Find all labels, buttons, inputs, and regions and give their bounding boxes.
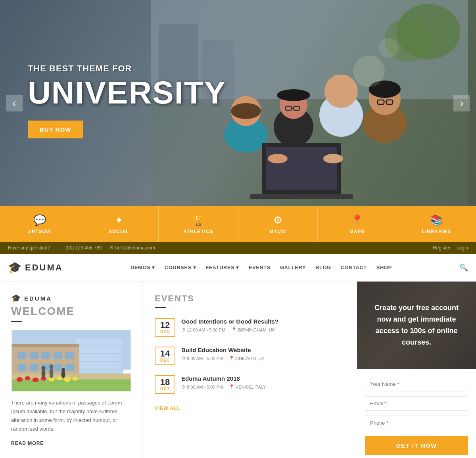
nav-contact[interactable]: CONTACT <box>336 261 372 274</box>
event-item-1: 12 DEC Good Intentions or Good Results? … <box>155 318 345 337</box>
event-item-3: 18 OCT Eduma Autumn 2018 ⏱ 8:00 AM - 5:0… <box>155 375 345 394</box>
nav-links: DEMOS ▾ COURSES ▾ FEATURES ▾ EVENTS GALL… <box>126 261 397 274</box>
info-bar-right: Register Login <box>433 245 468 251</box>
social-icon: ✦ <box>115 214 123 226</box>
event-2-title: Build Education Website <box>181 347 265 353</box>
event-1-date-box: 12 DEC <box>155 318 175 337</box>
svg-point-64 <box>73 377 78 381</box>
event-3-month: OCT <box>159 387 171 391</box>
svg-point-57 <box>17 377 23 382</box>
signup-form: GET IT NOW <box>357 369 476 458</box>
svg-rect-26 <box>250 194 353 199</box>
event-1-meta: ⏱ 12:00 AM - 5:00 PM 📍 BIRMINGHAM, UK <box>181 327 278 332</box>
svg-rect-46 <box>42 352 50 359</box>
maps-icon: 📍 <box>351 214 363 226</box>
info-bar: Have any question? 📞 (00) 123 456 789 ✉ … <box>0 242 476 254</box>
nav-gallery[interactable]: GALLERY <box>275 261 311 274</box>
hero-prev-arrow[interactable]: ‹ <box>6 95 23 111</box>
svg-point-63 <box>64 377 71 382</box>
welcome-heading: WELCOME <box>11 305 131 318</box>
login-link[interactable]: Login <box>457 245 468 251</box>
info-question: Have any question? <box>8 245 50 251</box>
event-2-meta: ⏱ 8:00 AM - 5:00 PM 📍 CHICAGO, US <box>181 356 265 361</box>
info-bar-left: Have any question? 📞 (00) 123 456 789 ✉ … <box>8 245 155 251</box>
main-navigation: 🎓 EDUMA DEMOS ▾ COURSES ▾ FEATURES ▾ EVE… <box>0 254 476 282</box>
event-2-time: ⏱ 8:00 AM - 5:00 PM <box>181 356 223 361</box>
event-1-title: Good Intentions or Good Results? <box>181 318 278 325</box>
search-button[interactable]: 🔍 <box>459 263 468 272</box>
yellow-bar-item-myuw[interactable]: ⚙ MYUW <box>238 206 318 242</box>
clock-icon-3: ⏱ <box>181 385 186 389</box>
event-1-location: 📍 BIRMINGHAM, UK <box>231 327 275 332</box>
email-icon: ✉ <box>109 245 113 251</box>
nav-demos[interactable]: DEMOS ▾ <box>126 261 160 274</box>
event-2-month: DEC <box>159 358 171 362</box>
info-phone: 📞 (00) 123 456 789 <box>58 245 102 251</box>
yellow-bar-item-artsuw[interactable]: 💬 ARTSUW <box>0 206 79 242</box>
artsuw-icon: 💬 <box>33 214 46 226</box>
right-column: Create your free account now and get imm… <box>357 282 476 458</box>
svg-point-58 <box>25 376 31 380</box>
view-all-link[interactable]: VIEW ALL <box>155 406 180 411</box>
nav-features[interactable]: FEATURES ▾ <box>201 261 244 274</box>
social-label: SOCIAL <box>109 229 129 234</box>
content-area: 🎓 EDUMA WELCOME <box>0 282 476 458</box>
phone-input[interactable] <box>365 416 468 430</box>
athletics-icon: 🏆 <box>192 214 205 226</box>
email-input[interactable] <box>365 396 468 411</box>
svg-rect-47 <box>54 352 62 359</box>
svg-rect-48 <box>65 352 74 359</box>
hero-next-arrow[interactable]: › <box>453 95 470 111</box>
libraries-label: LIBRARIES <box>422 229 451 234</box>
name-input[interactable] <box>365 377 468 391</box>
svg-rect-53 <box>65 364 74 371</box>
svg-rect-43 <box>12 346 79 378</box>
submit-button[interactable]: GET IT NOW <box>365 436 468 455</box>
nav-blog[interactable]: BLOG <box>311 261 336 274</box>
event-2-date-box: 14 DEC <box>155 347 175 365</box>
event-1-info: Good Intentions or Good Results? ⏱ 12:00… <box>181 318 278 332</box>
nav-courses[interactable]: COURSES ▾ <box>160 261 201 274</box>
welcome-body-text: There are many variations of passages of… <box>11 399 131 433</box>
svg-rect-56 <box>12 379 131 391</box>
event-3-meta: ⏱ 8:00 AM - 5:00 PM 📍 VENICE, ITALY <box>181 384 266 389</box>
svg-point-59 <box>33 378 39 382</box>
artsuw-label: ARTSUW <box>28 229 51 234</box>
event-2-info: Build Education Website ⏱ 8:00 AM - 5:00… <box>181 347 265 361</box>
svg-point-27 <box>268 154 288 163</box>
buy-now-button[interactable]: BUY NOW <box>28 121 83 138</box>
svg-point-68 <box>50 364 54 368</box>
yellow-bar-item-maps[interactable]: 📍 MAPS <box>318 206 397 242</box>
yellow-bar-item-athletics[interactable]: 🏆 ATHLETICS <box>159 206 238 242</box>
event-3-location: 📍 VENICE, ITALY <box>229 384 266 389</box>
event-3-info: Eduma Autumn 2018 ⏱ 8:00 AM - 5:00 PM 📍 … <box>181 375 266 389</box>
register-link[interactable]: Register <box>433 245 451 251</box>
svg-rect-44 <box>18 352 27 359</box>
location-icon-3: 📍 <box>229 384 234 389</box>
svg-rect-54 <box>12 344 79 347</box>
events-heading: EVENTS <box>155 293 345 304</box>
svg-rect-50 <box>30 364 38 371</box>
middle-column: EVENTS 12 DEC Good Intentions or Good Re… <box>143 282 357 458</box>
yellow-bar-item-social[interactable]: ✦ SOCIAL <box>79 206 159 242</box>
read-more-link[interactable]: READ MORE <box>11 441 44 446</box>
left-column: 🎓 EDUMA WELCOME <box>0 282 143 458</box>
logo-area: 🎓 EDUMA <box>8 261 63 274</box>
event-3-title: Eduma Autumn 2018 <box>181 375 266 382</box>
svg-rect-52 <box>54 364 62 371</box>
logo-icon: 🎓 <box>8 261 22 274</box>
svg-point-65 <box>42 369 46 378</box>
clock-icon-1: ⏱ <box>181 328 186 332</box>
location-icon-1: 📍 <box>231 327 237 332</box>
nav-events[interactable]: EVENTS <box>244 261 275 274</box>
svg-point-69 <box>61 370 65 378</box>
next-arrow-icon: › <box>460 97 463 109</box>
yellow-bar-item-libraries[interactable]: 📚 LIBRARIES <box>397 206 476 242</box>
small-logo-icon: 🎓 <box>11 293 21 303</box>
svg-rect-49 <box>18 364 27 371</box>
athletics-label: ATHLETICS <box>183 229 213 234</box>
event-3-date-box: 18 OCT <box>155 375 175 394</box>
nav-shop[interactable]: SHOP <box>372 261 397 274</box>
location-icon-2: 📍 <box>229 356 234 361</box>
phone-icon: 📞 <box>58 245 64 251</box>
